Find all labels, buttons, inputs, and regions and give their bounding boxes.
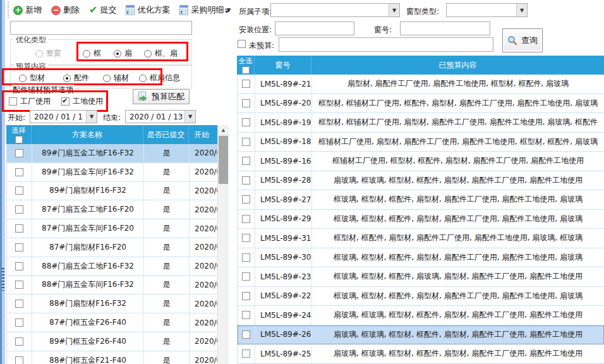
table-row[interactable]: LM5L-89#-26F24 扇玻璃, 框玻璃, 框型材, 框配件, 扇型材, …: [238, 325, 604, 345]
submitted-flag: 是: [144, 313, 190, 332]
row-checkbox[interactable]: [242, 311, 250, 319]
row-checkbox[interactable]: [242, 80, 250, 88]
submitted-column-header[interactable]: 是否已提交: [143, 125, 189, 144]
table-row[interactable]: 89#门扇型材F16-F32 是 2020/0: [7, 182, 217, 201]
chevron-down-icon[interactable]: ▼: [516, 4, 527, 16]
table-row[interactable]: LM5L-89#-24F22 扇玻璃, 框玻璃, 框型材, 框配件, 扇型材, …: [238, 306, 604, 325]
scroll-up-icon[interactable]: ▲: [218, 125, 229, 135]
chevron-down-icon[interactable]: ▼: [184, 111, 195, 123]
radio-frame-sash-info[interactable]: 框扇信息: [139, 73, 180, 83]
table-row[interactable]: LM5L-89#-30F28 框玻璃, 框型材, 框配件, 扇型材, 扇配件工厂…: [238, 248, 604, 268]
table-row[interactable]: LM5L-89#-28F26 扇玻璃, 框玻璃, 框型材, 框配件, 扇型材, …: [238, 171, 604, 191]
radio-auxiliary[interactable]: 辅材: [103, 73, 129, 83]
table-row[interactable]: LM5L-89#-27F25 框玻璃, 框型材, 框配件, 扇型材, 扇配件工厂…: [238, 190, 604, 210]
window-no-label: 窗号:: [374, 25, 392, 35]
row-checkbox[interactable]: [242, 138, 250, 146]
row-checkbox[interactable]: [242, 331, 250, 339]
unbudgeted-input[interactable]: [279, 37, 493, 52]
table-row[interactable]: 87#门框五金F26-F40 是 2020/0: [7, 313, 217, 332]
row-checkbox[interactable]: [242, 118, 250, 126]
add-button[interactable]: 新增: [13, 4, 42, 16]
table-row[interactable]: LM5L-89#-22F20 框玻璃, 框型材, 框配件, 扇型材, 扇配件工厂…: [238, 287, 604, 306]
table-row[interactable]: 87#门扇五金车间F16-F20 是 2020/0: [7, 219, 217, 238]
table-row[interactable]: LM5L-89#-19F17 框型材, 框辅材工厂使用, 扇型材, 扇配件工厂使…: [238, 113, 604, 133]
row-checkbox[interactable]: [242, 234, 250, 242]
budgeted-content-value: 框玻璃, 框型材, 框配件, 扇型材, 扇配件工厂使用, 扇配件工地使用, 扇玻…: [312, 287, 604, 306]
row-checkbox[interactable]: [242, 157, 250, 165]
row-checkbox[interactable]: [242, 272, 250, 281]
table-row[interactable]: LM5L-89#-18F16 框辅材工厂使用, 扇型材, 扇配件工厂使用, 扇配…: [238, 133, 604, 152]
budget-match-button[interactable]: 预算匹配: [133, 89, 190, 104]
window-type-select[interactable]: ▼: [446, 3, 528, 17]
row-checkbox[interactable]: [15, 149, 23, 157]
table-row[interactable]: 89#门扇五金工地F16-F32 是 2020/0: [7, 144, 217, 163]
row-checkbox[interactable]: [15, 337, 23, 346]
radio-frame-sash[interactable]: 框、扇: [144, 48, 178, 59]
row-checkbox[interactable]: [15, 243, 23, 252]
submit-button[interactable]: 提交: [89, 4, 116, 16]
row-checkbox[interactable]: [15, 205, 23, 214]
table-row[interactable]: LM5L-89#-20F18 框型材, 框辅材工厂使用, 框配件, 扇型材, 扇…: [238, 94, 604, 114]
chevron-down-icon[interactable]: ▼: [389, 4, 399, 16]
start-column-header[interactable]: 开始: [189, 125, 217, 144]
site-use-checkbox[interactable]: 工地使用: [61, 96, 103, 107]
window-no-input[interactable]: [400, 21, 490, 35]
select-all-checkbox[interactable]: [15, 136, 23, 143]
table-row[interactable]: LM5L-89#-31F29 框型材, 框配件, 扇型材, 扇配件工厂使用, 扇…: [238, 229, 604, 248]
start-date-value: 2020/0: [190, 332, 217, 351]
budgeted-content-column-header[interactable]: 已预算内容: [311, 56, 604, 75]
plan-filter-input[interactable]: [10, 21, 192, 35]
radio-frame[interactable]: 框: [83, 48, 101, 59]
row-checkbox[interactable]: [242, 195, 250, 203]
scrollbar[interactable]: ▲: [217, 125, 229, 364]
row-checkbox[interactable]: [15, 168, 23, 176]
select-all-checkbox[interactable]: [242, 66, 250, 74]
row-checkbox[interactable]: [242, 292, 250, 300]
window-no-column-header[interactable]: 窗号: [255, 56, 311, 75]
table-row[interactable]: LM5L-89#-23F21 框玻璃, 框型材, 框配件, 扇玻璃, 扇型材, …: [238, 267, 604, 287]
row-checkbox[interactable]: [15, 186, 23, 195]
row-checkbox[interactable]: [15, 318, 23, 327]
toolbar-overflow-button[interactable]: [222, 5, 231, 16]
table-row[interactable]: LM5L-89#-25F23 扇玻璃, 框玻璃, 框型材, 框配件, 扇型材, …: [238, 344, 604, 364]
table-row[interactable]: 88#门框五金F21-F40 是 2020/0: [7, 351, 217, 364]
radio-sash[interactable]: 扇: [114, 48, 132, 59]
scrollbar-thumb[interactable]: [219, 136, 228, 184]
delete-button[interactable]: 删除: [51, 4, 80, 16]
row-checkbox[interactable]: [15, 281, 23, 289]
table-row[interactable]: LM5L-89#-16F15 框辅材工厂使用, 框型材, 框配件, 扇型材, 扇…: [238, 152, 604, 171]
table-row[interactable]: 87#门扇五金工地F16-F20 是 2020/0: [7, 200, 217, 219]
splitter-grip[interactable]: [2, 268, 4, 291]
table-row[interactable]: LM5L-89#-29F27 框玻璃, 框型材, 框配件, 扇型材, 扇配件工厂…: [238, 210, 604, 229]
end-date-picker[interactable]: 2020 / 01 / 13 ▼: [125, 110, 196, 123]
table-row[interactable]: 89#门扇五金车间F16-F32 是 2020/0: [7, 163, 217, 182]
row-checkbox[interactable]: [15, 262, 23, 270]
row-checkbox[interactable]: [242, 349, 250, 358]
row-checkbox[interactable]: [242, 99, 250, 107]
optimize-plan-button[interactable]: 优化方案: [126, 4, 170, 16]
radio-accessory[interactable]: 配件: [63, 73, 89, 83]
table-row[interactable]: 88#门扇五金车间F16-F32 是 2020/0: [7, 276, 217, 295]
query-button[interactable]: 查询: [502, 28, 543, 52]
table-row[interactable]: LM5L-89#-21F19 扇型材, 扇配件工厂使用, 扇配件工地使用, 框型…: [238, 75, 604, 94]
plan-name-column-header[interactable]: 方案名称: [32, 125, 143, 144]
unbudgeted-checkbox[interactable]: [238, 40, 246, 48]
sub-item-select[interactable]: ▼: [270, 3, 400, 17]
chevron-down-icon[interactable]: ▼: [86, 111, 97, 123]
row-checkbox[interactable]: [15, 224, 23, 233]
factory-use-checkbox[interactable]: 工厂使用: [9, 96, 51, 107]
row-checkbox[interactable]: [15, 300, 23, 308]
table-row[interactable]: 88#门扇五金工地F16-F32 是 2020/0: [7, 257, 217, 276]
radio-profile[interactable]: 型材: [19, 73, 45, 83]
start-date-picker[interactable]: 2020 / 01 / 1 ▼: [30, 110, 97, 123]
row-checkbox[interactable]: [242, 253, 250, 262]
table-row[interactable]: 88#门扇型材F16-F32 是 2020/0: [7, 294, 217, 313]
row-checkbox[interactable]: [242, 215, 250, 223]
row-checkbox[interactable]: [242, 176, 250, 185]
radio-whole-window[interactable]: 整窗: [35, 48, 61, 59]
table-row[interactable]: 87#门扇型材F16-F20 是 2020/0: [7, 238, 217, 257]
row-checkbox[interactable]: [15, 356, 23, 364]
select-all-column-header: 全选: [237, 56, 255, 75]
table-row[interactable]: 89#门框五金F26-F40 是 2020/0: [7, 332, 217, 351]
install-position-input[interactable]: [275, 21, 354, 35]
